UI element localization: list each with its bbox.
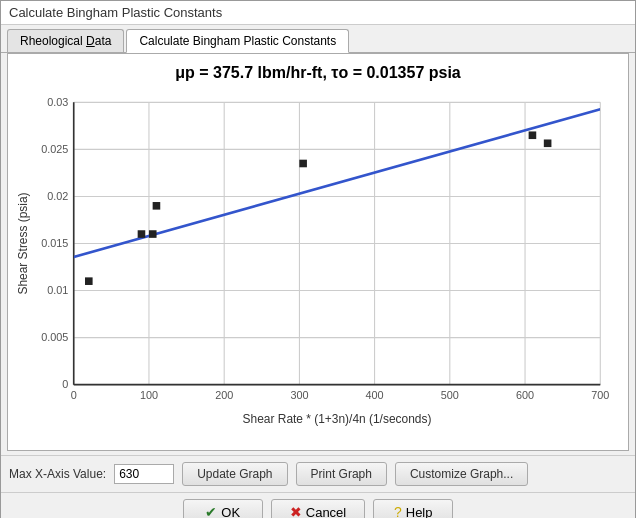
ok-icon: ✔ bbox=[205, 504, 217, 518]
ok-button[interactable]: ✔ OK bbox=[183, 499, 263, 518]
formula-display: μp = 375.7 lbm/hr-ft, τo = 0.01357 psia bbox=[14, 60, 622, 90]
x-tick-label: 700 bbox=[591, 389, 609, 401]
chart-area: 0 0.005 0.01 0.015 0.02 0.025 0.03 0 100… bbox=[14, 90, 622, 440]
cancel-icon: ✖ bbox=[290, 504, 302, 518]
y-tick-label: 0.005 bbox=[41, 331, 68, 343]
x-axis-title: Shear Rate * (1+3n)/4n (1/seconds) bbox=[243, 412, 432, 426]
help-label: Help bbox=[406, 505, 433, 518]
customize-graph-button[interactable]: Customize Graph... bbox=[395, 462, 528, 486]
y-tick-label: 0.03 bbox=[47, 96, 68, 108]
y-tick-label: 0.025 bbox=[41, 143, 68, 155]
x-tick-label: 100 bbox=[140, 389, 158, 401]
y-tick-label: 0.015 bbox=[41, 237, 68, 249]
data-point bbox=[544, 139, 552, 147]
chart-svg: 0 0.005 0.01 0.015 0.02 0.025 0.03 0 100… bbox=[14, 90, 622, 440]
help-button[interactable]: ? Help bbox=[373, 499, 453, 518]
bottom-controls: Max X-Axis Value: Update Graph Print Gra… bbox=[1, 455, 635, 492]
help-icon: ? bbox=[394, 504, 402, 518]
x-tick-label: 600 bbox=[516, 389, 534, 401]
update-graph-button[interactable]: Update Graph bbox=[182, 462, 287, 486]
main-window: Calculate Bingham Plastic Constants Rheo… bbox=[0, 0, 636, 518]
tab-bar: Rheological Data Calculate Bingham Plast… bbox=[1, 25, 635, 53]
y-tick-label: 0.02 bbox=[47, 190, 68, 202]
max-x-label: Max X-Axis Value: bbox=[9, 467, 106, 481]
cancel-button[interactable]: ✖ Cancel bbox=[271, 499, 365, 518]
data-point bbox=[85, 277, 93, 285]
main-content: μp = 375.7 lbm/hr-ft, τo = 0.01357 psia bbox=[7, 53, 629, 451]
y-tick-label: 0.01 bbox=[47, 284, 68, 296]
ok-label: OK bbox=[221, 505, 240, 518]
title-bar: Calculate Bingham Plastic Constants bbox=[1, 1, 635, 25]
x-tick-label: 200 bbox=[215, 389, 233, 401]
tab-calculate-bingham[interactable]: Calculate Bingham Plastic Constants bbox=[126, 29, 349, 53]
y-tick-label: 0 bbox=[62, 378, 68, 390]
max-x-input[interactable] bbox=[114, 464, 174, 484]
x-tick-label: 500 bbox=[441, 389, 459, 401]
cancel-label: Cancel bbox=[306, 505, 346, 518]
data-point bbox=[529, 131, 537, 139]
tab-rheological-data[interactable]: Rheological Data bbox=[7, 29, 124, 52]
x-tick-label: 400 bbox=[366, 389, 384, 401]
x-tick-label: 300 bbox=[290, 389, 308, 401]
data-point bbox=[149, 230, 157, 238]
print-graph-button[interactable]: Print Graph bbox=[296, 462, 387, 486]
data-point bbox=[138, 230, 146, 238]
data-point bbox=[153, 202, 161, 210]
data-point bbox=[299, 160, 307, 168]
x-tick-label: 0 bbox=[71, 389, 77, 401]
y-axis-title: Shear Stress (psia) bbox=[16, 192, 30, 294]
footer-bar: ✔ OK ✖ Cancel ? Help bbox=[1, 492, 635, 518]
window-title: Calculate Bingham Plastic Constants bbox=[9, 5, 222, 20]
